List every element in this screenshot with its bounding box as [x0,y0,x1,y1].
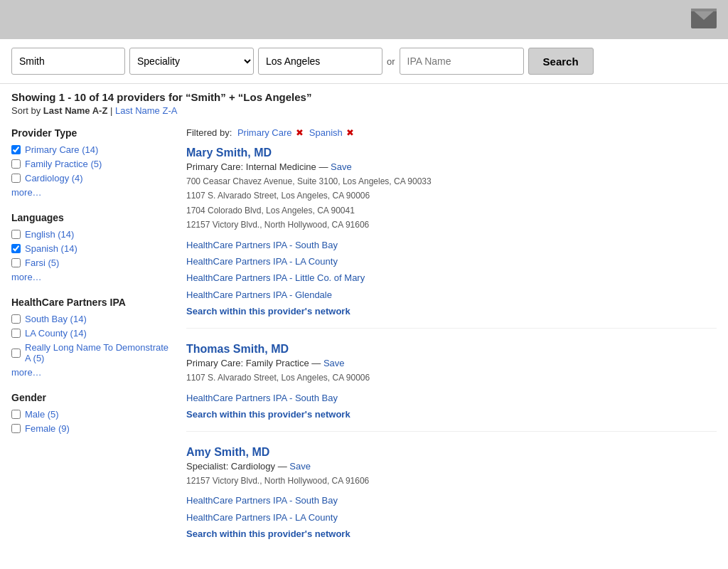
sort-az: Last Name A-Z [43,105,108,116]
hcp-ipa-heading: HealthCare Partners IPA [11,297,175,308]
or-label: or [387,56,395,67]
search-button[interactable]: Search [528,48,594,75]
search-bar: SpecialityPrimary CareFamily PracticeCar… [0,39,728,84]
name-input[interactable] [11,48,125,75]
ipa-link-1-0[interactable]: HealthCare Partners IPA - South Bay [186,390,717,406]
ipa-link-2-1[interactable]: HealthCare Partners IPA - LA County [186,509,717,526]
provider-specialty-amy-smith: Specialist: Cardiology — Save [186,461,717,472]
results-count: Showing 1 - 10 of 14 providers for “Smit… [11,91,717,103]
provider-address-mary-smith: 700 Ceasar Chavez Avenue, Suite 3100, Lo… [186,174,717,233]
female-label[interactable]: Female (9) [25,423,70,434]
top-bar [0,0,728,39]
filter-primary-care: Primary Care (14) [11,144,175,155]
filter-family-practice: Family Practice (5) [11,159,175,169]
spanish-filter-tag: Spanish [309,127,343,138]
languages-section: Languages English (14) Spanish (14) Fars… [11,212,175,282]
male-label[interactable]: Male (5) [25,409,59,420]
provider-ipa-amy-smith: HealthCare Partners IPA - South Bay Heal… [186,492,717,526]
spanish-label[interactable]: Spanish (14) [25,243,77,254]
provider-name-amy-smith[interactable]: Amy Smith, MD [186,446,269,458]
ipa-link-0-0[interactable]: HealthCare Partners IPA - South Bay [186,237,717,253]
spanish-checkbox[interactable] [11,244,21,253]
farsi-checkbox[interactable] [11,258,21,267]
languages-heading: Languages [11,212,175,223]
provider-card-thomas-smith: Thomas Smith, MD Primary Care: Family Pr… [186,343,717,432]
filter-farsi: Farsi (5) [11,257,175,268]
cardiology-label[interactable]: Cardiology (4) [25,173,83,184]
male-checkbox[interactable] [11,410,21,419]
provider-type-section: Provider Type Primary Care (14) Family P… [11,127,175,198]
female-checkbox[interactable] [11,424,21,433]
sort-line: Sort by Last Name A-Z | Last Name Z-A [11,105,717,116]
provider-specialty-mary-smith: Primary Care: Internal Medicine — Save [186,161,717,172]
provider-name-mary-smith[interactable]: Mary Smith, MD [186,147,272,159]
languages-more[interactable]: more… [11,272,175,282]
family-practice-label[interactable]: Family Practice (5) [25,159,102,169]
sort-za-link[interactable]: Last Name Z-A [115,105,177,116]
search-network-thomas-smith[interactable]: Search within this provider's network [186,409,717,420]
provider-type-heading: Provider Type [11,127,175,139]
ipa-input[interactable] [400,48,524,75]
provider-ipa-thomas-smith: HealthCare Partners IPA - South Bay [186,390,717,406]
ipa-link-0-1[interactable]: HealthCare Partners IPA - LA County [186,253,717,270]
la-county-checkbox[interactable] [11,329,21,338]
filter-la-county: LA County (14) [11,328,175,339]
primary-care-label[interactable]: Primary Care (14) [25,144,98,155]
farsi-label[interactable]: Farsi (5) [25,257,59,268]
filter-cardiology: Cardiology (4) [11,173,175,184]
search-network-mary-smith[interactable]: Search within this provider's network [186,306,717,317]
ipa-link-0-2[interactable]: HealthCare Partners IPA - Little Co. of … [186,270,717,286]
filter-english: English (14) [11,229,175,240]
filter-spanish: Spanish (14) [11,243,175,254]
save-link-amy-smith[interactable]: Save [289,461,311,472]
inbox-icon[interactable] [691,9,717,31]
filter-female: Female (9) [11,423,175,434]
primary-care-checkbox[interactable] [11,145,21,154]
provider-card-mary-smith: Mary Smith, MD Primary Care: Internal Me… [186,147,717,329]
cardiology-checkbox[interactable] [11,174,21,183]
remove-spanish-tag[interactable]: ✖ [346,127,354,138]
main-layout: Provider Type Primary Care (14) Family P… [0,119,728,569]
sidebar: Provider Type Primary Care (14) Family P… [11,127,175,565]
provider-name-thomas-smith[interactable]: Thomas Smith, MD [186,343,289,355]
provider-list: Filtered by: Primary Care ✖ Spanish ✖ Ma… [186,127,717,565]
search-network-amy-smith[interactable]: Search within this provider's network [186,528,717,539]
save-link-thomas-smith[interactable]: Save [323,358,345,368]
provider-address-thomas-smith: 1107 S. Alvarado Street, Los Angeles, CA… [186,371,717,385]
results-heading: Showing 1 - 10 of 14 providers for “Smit… [0,84,728,119]
svg-rect-2 [691,9,717,11]
save-link-mary-smith[interactable]: Save [331,161,352,172]
provider-type-more[interactable]: more… [11,187,175,198]
filtered-by-label: Filtered by: [186,127,232,138]
provider-ipa-mary-smith: HealthCare Partners IPA - South Bay Heal… [186,237,717,304]
south-bay-label[interactable]: South Bay (14) [25,314,87,324]
speciality-select[interactable]: SpecialityPrimary CareFamily PracticeCar… [129,48,254,75]
filter-long-name: Really Long Name To Demonstrate A (5) [11,342,175,363]
filtered-by-row: Filtered by: Primary Care ✖ Spanish ✖ [186,127,717,138]
ipa-link-2-0[interactable]: HealthCare Partners IPA - South Bay [186,492,717,509]
location-input[interactable] [258,48,382,75]
english-checkbox[interactable] [11,230,21,239]
primary-care-filter-tag: Primary Care [237,127,292,138]
ipa-link-0-3[interactable]: HealthCare Partners IPA - Glendale [186,287,717,303]
english-label[interactable]: English (14) [25,229,74,240]
la-county-label[interactable]: LA County (14) [25,328,87,339]
long-name-checkbox[interactable] [11,349,21,358]
provider-card-amy-smith: Amy Smith, MD Specialist: Cardiology — S… [186,446,717,551]
gender-section: Gender Male (5) Female (9) [11,392,175,434]
filter-male: Male (5) [11,409,175,420]
provider-specialty-thomas-smith: Primary Care: Family Practice — Save [186,358,717,368]
hcp-more[interactable]: more… [11,367,175,378]
south-bay-checkbox[interactable] [11,314,21,324]
gender-heading: Gender [11,392,175,403]
filter-south-bay: South Bay (14) [11,314,175,324]
remove-primary-care-tag[interactable]: ✖ [296,127,304,138]
long-name-label[interactable]: Really Long Name To Demonstrate A (5) [25,342,175,363]
hcp-ipa-section: HealthCare Partners IPA South Bay (14) L… [11,297,175,378]
family-practice-checkbox[interactable] [11,159,21,169]
provider-address-amy-smith: 12157 Victory Blvd., North Hollywood, CA… [186,474,717,488]
